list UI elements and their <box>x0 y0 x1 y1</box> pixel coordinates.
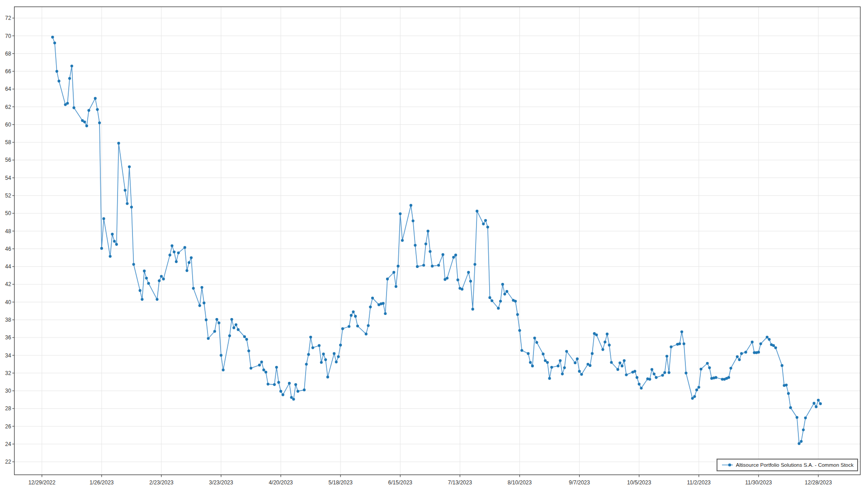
data-point <box>213 330 216 333</box>
data-point <box>608 344 611 347</box>
y-axis-tick-label: 50 <box>5 210 11 216</box>
data-point <box>740 352 743 355</box>
data-point <box>625 373 627 376</box>
data-point <box>96 108 99 111</box>
data-point <box>589 364 591 367</box>
data-point <box>563 366 566 369</box>
data-point <box>94 97 97 100</box>
data-point <box>442 253 444 256</box>
data-point <box>655 376 657 379</box>
data-point <box>130 206 133 208</box>
data-point <box>482 223 485 225</box>
data-point <box>706 362 709 365</box>
data-point <box>700 368 703 371</box>
series-line <box>52 37 821 444</box>
data-point <box>422 264 425 267</box>
data-point <box>819 402 822 405</box>
data-point <box>574 361 576 364</box>
data-point <box>678 343 681 345</box>
data-point <box>544 359 547 362</box>
data-point <box>766 336 769 338</box>
data-point <box>796 416 798 419</box>
data-point <box>618 361 621 364</box>
data-point <box>173 250 175 253</box>
data-point <box>333 352 335 355</box>
data-point <box>87 109 90 112</box>
data-point <box>294 383 297 386</box>
data-point <box>484 219 487 222</box>
x-axis-tick-label: 11/30/2023 <box>745 479 772 486</box>
data-point <box>648 378 651 380</box>
y-axis-tick-label: 60 <box>5 122 11 128</box>
x-axis-tick-label: 7/13/2023 <box>448 479 472 486</box>
data-point <box>550 366 553 369</box>
data-point <box>638 383 641 385</box>
data-point <box>412 220 415 222</box>
y-axis-tick-label: 66 <box>5 68 11 75</box>
data-point <box>446 277 448 279</box>
data-point <box>535 341 538 344</box>
data-point <box>354 315 357 318</box>
data-point <box>235 324 237 326</box>
data-point <box>802 428 805 431</box>
y-axis-tick-label: 56 <box>5 157 11 163</box>
data-point <box>683 343 685 345</box>
y-axis-tick-label: 36 <box>5 334 11 341</box>
data-point <box>143 270 146 272</box>
data-point <box>207 337 210 340</box>
data-point <box>633 370 636 373</box>
data-point <box>595 333 598 336</box>
y-axis-tick-label: 46 <box>5 246 11 252</box>
x-axis-tick-label: 11/2/2023 <box>687 479 711 486</box>
data-point <box>369 305 372 308</box>
data-point <box>113 240 116 243</box>
data-point <box>258 364 261 366</box>
legend[interactable]: Altisource Portfolio Solutions S.A. - Co… <box>717 459 858 471</box>
stock-price-chart: 2224262830323436384042444648505254565860… <box>0 0 868 488</box>
data-point <box>499 300 502 302</box>
data-point <box>260 361 263 363</box>
data-point <box>198 304 201 307</box>
data-point <box>309 336 312 338</box>
data-point <box>132 263 135 266</box>
y-axis-tick-label: 54 <box>5 175 11 181</box>
y-axis-tick-label: 58 <box>5 139 11 145</box>
y-axis-tick-label: 34 <box>5 352 11 359</box>
data-point <box>503 293 506 296</box>
data-point <box>768 338 770 341</box>
data-point <box>250 367 252 370</box>
data-point <box>559 359 561 362</box>
data-point <box>636 376 638 379</box>
data-point <box>520 349 523 352</box>
data-point <box>815 405 817 408</box>
data-point <box>416 265 419 268</box>
data-point <box>109 255 112 258</box>
data-point <box>102 217 105 220</box>
data-point <box>386 277 389 280</box>
data-point <box>307 353 310 356</box>
data-point <box>365 333 368 335</box>
data-point <box>311 347 314 349</box>
price-chart-plot-area[interactable]: 2224262830323436384042444648505254565860… <box>0 0 868 488</box>
data-point <box>279 390 282 393</box>
data-point <box>141 298 143 301</box>
data-point <box>247 349 250 352</box>
data-point <box>156 298 158 301</box>
data-point <box>691 397 694 400</box>
y-axis-tick-label: 30 <box>5 388 11 394</box>
data-point <box>384 312 387 315</box>
data-point <box>126 202 128 205</box>
data-point <box>601 348 604 351</box>
data-point <box>651 368 653 371</box>
data-point <box>237 328 240 331</box>
data-point <box>774 347 777 349</box>
data-point <box>516 313 519 316</box>
data-point <box>117 142 120 145</box>
data-point <box>467 271 470 274</box>
data-point <box>262 369 265 371</box>
legend-series-marker-icon <box>722 463 733 467</box>
y-axis-tick-label: 38 <box>5 317 11 323</box>
data-point <box>730 367 732 370</box>
data-point <box>397 265 400 267</box>
y-axis-tick-label: 44 <box>5 263 11 270</box>
